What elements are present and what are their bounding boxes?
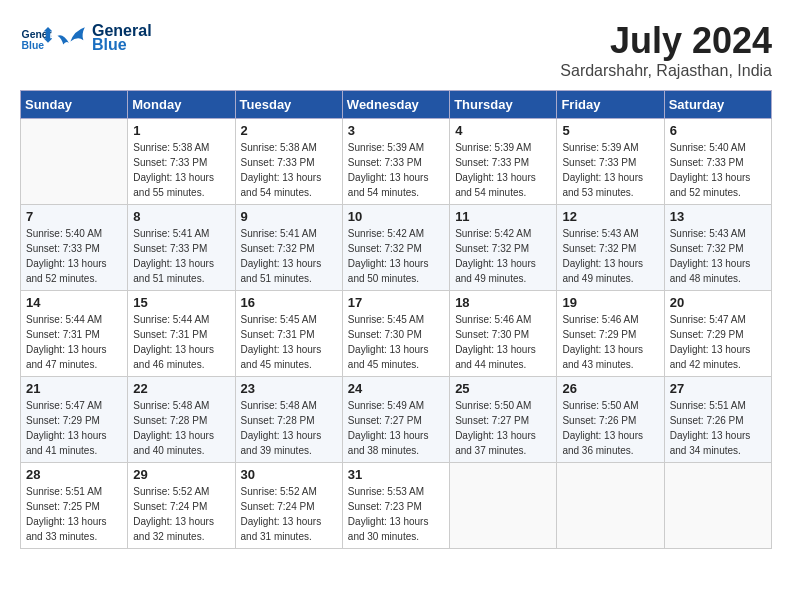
header-day-thursday: Thursday: [450, 91, 557, 119]
day-info: Sunrise: 5:42 AM Sunset: 7:32 PM Dayligh…: [455, 226, 551, 286]
calendar-cell: 5Sunrise: 5:39 AM Sunset: 7:33 PM Daylig…: [557, 119, 664, 205]
calendar-cell: 23Sunrise: 5:48 AM Sunset: 7:28 PM Dayli…: [235, 377, 342, 463]
day-info: Sunrise: 5:50 AM Sunset: 7:27 PM Dayligh…: [455, 398, 551, 458]
day-number: 15: [133, 295, 229, 310]
day-info: Sunrise: 5:48 AM Sunset: 7:28 PM Dayligh…: [241, 398, 337, 458]
calendar-cell: 2Sunrise: 5:38 AM Sunset: 7:33 PM Daylig…: [235, 119, 342, 205]
day-number: 11: [455, 209, 551, 224]
calendar-week-row: 7Sunrise: 5:40 AM Sunset: 7:33 PM Daylig…: [21, 205, 772, 291]
calendar-cell: 27Sunrise: 5:51 AM Sunset: 7:26 PM Dayli…: [664, 377, 771, 463]
day-number: 18: [455, 295, 551, 310]
day-number: 27: [670, 381, 766, 396]
calendar-cell: 4Sunrise: 5:39 AM Sunset: 7:33 PM Daylig…: [450, 119, 557, 205]
day-number: 12: [562, 209, 658, 224]
calendar-cell: 15Sunrise: 5:44 AM Sunset: 7:31 PM Dayli…: [128, 291, 235, 377]
day-number: 14: [26, 295, 122, 310]
calendar-cell: 16Sunrise: 5:45 AM Sunset: 7:31 PM Dayli…: [235, 291, 342, 377]
day-number: 31: [348, 467, 444, 482]
calendar-cell: 11Sunrise: 5:42 AM Sunset: 7:32 PM Dayli…: [450, 205, 557, 291]
day-info: Sunrise: 5:38 AM Sunset: 7:33 PM Dayligh…: [133, 140, 229, 200]
day-number: 6: [670, 123, 766, 138]
day-number: 24: [348, 381, 444, 396]
day-number: 16: [241, 295, 337, 310]
calendar-cell: 12Sunrise: 5:43 AM Sunset: 7:32 PM Dayli…: [557, 205, 664, 291]
calendar-cell: 25Sunrise: 5:50 AM Sunset: 7:27 PM Dayli…: [450, 377, 557, 463]
day-info: Sunrise: 5:45 AM Sunset: 7:30 PM Dayligh…: [348, 312, 444, 372]
logo-icon: General Blue: [20, 22, 52, 54]
calendar-cell: 17Sunrise: 5:45 AM Sunset: 7:30 PM Dayli…: [342, 291, 449, 377]
calendar-week-row: 1Sunrise: 5:38 AM Sunset: 7:33 PM Daylig…: [21, 119, 772, 205]
day-info: Sunrise: 5:39 AM Sunset: 7:33 PM Dayligh…: [455, 140, 551, 200]
calendar-cell: 28Sunrise: 5:51 AM Sunset: 7:25 PM Dayli…: [21, 463, 128, 549]
day-info: Sunrise: 5:44 AM Sunset: 7:31 PM Dayligh…: [133, 312, 229, 372]
calendar-cell: 14Sunrise: 5:44 AM Sunset: 7:31 PM Dayli…: [21, 291, 128, 377]
calendar-cell: 30Sunrise: 5:52 AM Sunset: 7:24 PM Dayli…: [235, 463, 342, 549]
day-number: 8: [133, 209, 229, 224]
day-info: Sunrise: 5:40 AM Sunset: 7:33 PM Dayligh…: [670, 140, 766, 200]
day-number: 29: [133, 467, 229, 482]
day-number: 20: [670, 295, 766, 310]
page-header: General Blue General Blue July 2024 Sard…: [20, 20, 772, 80]
day-info: Sunrise: 5:38 AM Sunset: 7:33 PM Dayligh…: [241, 140, 337, 200]
location-subtitle: Sardarshahr, Rajasthan, India: [560, 62, 772, 80]
calendar-table: SundayMondayTuesdayWednesdayThursdayFrid…: [20, 90, 772, 549]
calendar-cell: 7Sunrise: 5:40 AM Sunset: 7:33 PM Daylig…: [21, 205, 128, 291]
calendar-cell: [21, 119, 128, 205]
day-info: Sunrise: 5:52 AM Sunset: 7:24 PM Dayligh…: [133, 484, 229, 544]
calendar-cell: 26Sunrise: 5:50 AM Sunset: 7:26 PM Dayli…: [557, 377, 664, 463]
day-info: Sunrise: 5:46 AM Sunset: 7:29 PM Dayligh…: [562, 312, 658, 372]
header-day-monday: Monday: [128, 91, 235, 119]
day-number: 4: [455, 123, 551, 138]
day-number: 19: [562, 295, 658, 310]
day-info: Sunrise: 5:47 AM Sunset: 7:29 PM Dayligh…: [670, 312, 766, 372]
calendar-cell: 8Sunrise: 5:41 AM Sunset: 7:33 PM Daylig…: [128, 205, 235, 291]
day-info: Sunrise: 5:44 AM Sunset: 7:31 PM Dayligh…: [26, 312, 122, 372]
day-number: 17: [348, 295, 444, 310]
day-info: Sunrise: 5:47 AM Sunset: 7:29 PM Dayligh…: [26, 398, 122, 458]
calendar-cell: 9Sunrise: 5:41 AM Sunset: 7:32 PM Daylig…: [235, 205, 342, 291]
calendar-week-row: 28Sunrise: 5:51 AM Sunset: 7:25 PM Dayli…: [21, 463, 772, 549]
title-block: July 2024 Sardarshahr, Rajasthan, India: [560, 20, 772, 80]
day-info: Sunrise: 5:39 AM Sunset: 7:33 PM Dayligh…: [562, 140, 658, 200]
day-info: Sunrise: 5:50 AM Sunset: 7:26 PM Dayligh…: [562, 398, 658, 458]
day-number: 10: [348, 209, 444, 224]
day-number: 2: [241, 123, 337, 138]
day-info: Sunrise: 5:41 AM Sunset: 7:32 PM Dayligh…: [241, 226, 337, 286]
day-info: Sunrise: 5:41 AM Sunset: 7:33 PM Dayligh…: [133, 226, 229, 286]
calendar-cell: [450, 463, 557, 549]
calendar-cell: [557, 463, 664, 549]
day-info: Sunrise: 5:40 AM Sunset: 7:33 PM Dayligh…: [26, 226, 122, 286]
logo: General Blue General Blue: [20, 20, 152, 56]
calendar-cell: 21Sunrise: 5:47 AM Sunset: 7:29 PM Dayli…: [21, 377, 128, 463]
month-year-title: July 2024: [560, 20, 772, 62]
header-day-tuesday: Tuesday: [235, 91, 342, 119]
day-info: Sunrise: 5:46 AM Sunset: 7:30 PM Dayligh…: [455, 312, 551, 372]
day-number: 21: [26, 381, 122, 396]
calendar-cell: 19Sunrise: 5:46 AM Sunset: 7:29 PM Dayli…: [557, 291, 664, 377]
day-info: Sunrise: 5:48 AM Sunset: 7:28 PM Dayligh…: [133, 398, 229, 458]
day-number: 23: [241, 381, 337, 396]
calendar-cell: 10Sunrise: 5:42 AM Sunset: 7:32 PM Dayli…: [342, 205, 449, 291]
calendar-cell: 13Sunrise: 5:43 AM Sunset: 7:32 PM Dayli…: [664, 205, 771, 291]
day-info: Sunrise: 5:51 AM Sunset: 7:25 PM Dayligh…: [26, 484, 122, 544]
day-number: 25: [455, 381, 551, 396]
calendar-cell: 24Sunrise: 5:49 AM Sunset: 7:27 PM Dayli…: [342, 377, 449, 463]
day-info: Sunrise: 5:45 AM Sunset: 7:31 PM Dayligh…: [241, 312, 337, 372]
day-info: Sunrise: 5:43 AM Sunset: 7:32 PM Dayligh…: [670, 226, 766, 286]
day-number: 22: [133, 381, 229, 396]
day-info: Sunrise: 5:43 AM Sunset: 7:32 PM Dayligh…: [562, 226, 658, 286]
header-day-sunday: Sunday: [21, 91, 128, 119]
day-number: 1: [133, 123, 229, 138]
calendar-header-row: SundayMondayTuesdayWednesdayThursdayFrid…: [21, 91, 772, 119]
day-number: 30: [241, 467, 337, 482]
calendar-week-row: 14Sunrise: 5:44 AM Sunset: 7:31 PM Dayli…: [21, 291, 772, 377]
day-info: Sunrise: 5:42 AM Sunset: 7:32 PM Dayligh…: [348, 226, 444, 286]
header-day-saturday: Saturday: [664, 91, 771, 119]
day-number: 5: [562, 123, 658, 138]
day-info: Sunrise: 5:53 AM Sunset: 7:23 PM Dayligh…: [348, 484, 444, 544]
day-number: 3: [348, 123, 444, 138]
day-number: 26: [562, 381, 658, 396]
calendar-cell: 22Sunrise: 5:48 AM Sunset: 7:28 PM Dayli…: [128, 377, 235, 463]
calendar-week-row: 21Sunrise: 5:47 AM Sunset: 7:29 PM Dayli…: [21, 377, 772, 463]
calendar-cell: 3Sunrise: 5:39 AM Sunset: 7:33 PM Daylig…: [342, 119, 449, 205]
